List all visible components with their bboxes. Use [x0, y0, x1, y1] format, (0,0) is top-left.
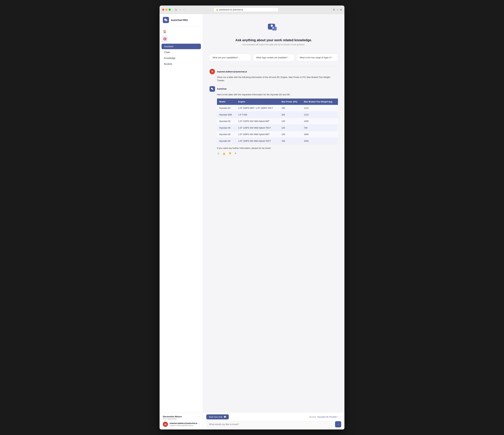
table-row: Hyundai i301.0T 120PS 48V Mild Hybrid 7D…: [217, 124, 338, 131]
chat-area: Ask anything about your work related kno…: [203, 14, 344, 412]
address-bar[interactable]: 🔒 dashboard-v2.autochat.ai: [214, 8, 279, 12]
copy-action-button[interactable]: ⧉: [217, 152, 220, 156]
close-button[interactable]: [162, 9, 164, 11]
sidebar-item-knowledge[interactable]: Knowledge: [162, 55, 201, 61]
table-cell: Hyundai i30: [217, 131, 236, 138]
bucket-selector: Bucket: Hyundai UK Pricelist + ⌄: [309, 416, 341, 418]
table-cell: 700: [302, 124, 338, 131]
table-cell: 120: [279, 118, 302, 125]
bot-message-header: AutoChat: [209, 86, 338, 92]
send-button[interactable]: →: [335, 421, 341, 427]
col-power: Max Power (PS): [279, 99, 302, 105]
sidebar-header: AutoChat PRO: [160, 14, 203, 26]
suggestion-text: What are your capabilities?: [213, 56, 238, 59]
chat-input-row: →: [206, 421, 341, 427]
table-cell: Hyundai i20N: [217, 111, 236, 118]
table-cell: 1.5T 159PS 48V Mild Hybrid 7DCT: [236, 138, 279, 144]
svg-point-10: [211, 88, 212, 89]
table-cell: 1110: [302, 111, 338, 118]
sidebar-item-buckets[interactable]: Buckets: [162, 61, 201, 67]
org-section: Devonshire Motors Your organization ⌃: [163, 415, 200, 420]
maximize-button[interactable]: [169, 9, 171, 11]
message-actions: ⧉ 👍 👎 ⚑: [209, 152, 338, 156]
chat-input-field[interactable]: [206, 421, 333, 427]
back-button[interactable]: ‹: [179, 8, 182, 11]
minimize-button[interactable]: [165, 9, 168, 11]
avatar-image: M: [163, 422, 168, 427]
suggestion-arrow-icon: ›: [239, 56, 240, 59]
traffic-lights: [162, 9, 171, 11]
sidebar: AutoChat PRO 🏠 🎯 Assistant Chats Knowled…: [160, 14, 203, 429]
suggestion-arrow-icon: ›: [333, 56, 333, 59]
table-cell: 1.0T 100PS 6MT / 1.0T 100PS 7DCT: [236, 105, 279, 111]
bucket-chevron-icon[interactable]: ⌄: [339, 416, 341, 418]
tabs-button[interactable]: ⧉: [340, 8, 342, 11]
new-chat-label: Start new chat: [209, 416, 222, 418]
user-section: M maarten.bekkers@autochat.ai maarten.be…: [163, 422, 200, 427]
table-row: Hyundai i20N1.6 T-GDi2041110: [217, 111, 338, 118]
browser-controls: ⊡ ‹ ›: [174, 8, 185, 11]
lock-icon: 🔒: [216, 9, 218, 11]
new-tab-button[interactable]: ＋: [336, 8, 339, 11]
svg-point-5: [271, 25, 273, 27]
suggestion-card-capabilities[interactable]: What are your capabilities? ›: [209, 54, 251, 61]
col-tow: Max Braked Tow Weight (kg): [302, 99, 338, 105]
user-message-body: Show me a table with the following infor…: [209, 76, 338, 82]
bot-message-sender: AutoChat: [217, 88, 226, 90]
table-cell: Hyundai i30: [217, 118, 236, 125]
table-cell: 120: [279, 124, 302, 131]
sidebar-nav: 🏠 🎯 Assistant Chats Knowledge Buckets: [160, 26, 203, 413]
new-chat-button[interactable]: Start new chat 💬: [206, 414, 229, 419]
welcome-title: Ask anything about your work related kno…: [209, 38, 338, 42]
share-button[interactable]: ⬆: [333, 8, 335, 11]
url-display: dashboard-v2.autochat.ai: [219, 9, 243, 11]
table-cell: 1000: [302, 138, 338, 144]
bot-message-intro: Here is the table with the requested inf…: [217, 93, 338, 96]
svg-rect-9: [212, 89, 213, 90]
thumbs-down-action-button[interactable]: 👎: [228, 152, 232, 156]
flag-action-button[interactable]: ⚑: [234, 152, 237, 156]
chat-input-toolbar: Start new chat 💬 Bucket: Hyundai UK Pric…: [206, 414, 341, 419]
data-table: Model Engine Max Power (PS) Max Braked T…: [217, 99, 338, 144]
thumbs-up-action-button[interactable]: 👍: [222, 152, 226, 156]
sidebar-item-chats[interactable]: Chats: [162, 49, 201, 55]
main-content: Ask anything about your work related kno…: [203, 14, 344, 429]
chat-icon: 💬: [224, 416, 226, 418]
browser-window: ⊡ ‹ › 🔒 dashboard-v2.autochat.ai ⬆ ＋ ⧉: [160, 6, 344, 429]
sidebar-item-assistant[interactable]: Assistant: [162, 44, 201, 49]
table-row: Hyundai i301.5T 159PS 48V Mild Hybrid 6M…: [217, 131, 338, 138]
col-engine: Engine: [236, 99, 279, 105]
bot-message-block: AutoChat Here is the table with the requ…: [209, 86, 338, 156]
user-message-header: M maarten.bekkers@autochat.ai: [209, 69, 338, 74]
bot-message-avatar: [209, 86, 215, 92]
table-cell: 159: [279, 138, 302, 144]
table-row: Hyundai i301.5T 159PS 48V Mild Hybrid 7D…: [217, 138, 338, 144]
bucket-label: Bucket:: [309, 416, 316, 418]
table-cell: 204: [279, 111, 302, 118]
table-row: Hyundai i301.0T 120PS 48V Mild Hybrid 6M…: [217, 118, 338, 125]
welcome-subtitle: The assistant will search the data and t…: [209, 43, 338, 46]
user-chevron-icon[interactable]: ⌃: [199, 423, 200, 426]
org-chevron-icon[interactable]: ⌃: [198, 416, 200, 419]
suggestion-text: What is the max range of Aygo X?: [300, 56, 332, 59]
chat-input-area: Start new chat 💬 Bucket: Hyundai UK Pric…: [203, 412, 344, 429]
suggestion-card-aygo-models[interactable]: What Aygo models are available? ›: [253, 54, 295, 61]
user-message-block: M maarten.bekkers@autochat.ai Show me a …: [209, 69, 338, 82]
svg-point-2: [165, 19, 166, 20]
table-row: Hyundai i201.0T 100PS 6MT / 1.0T 100PS 7…: [217, 105, 338, 111]
col-model: Model: [217, 99, 236, 105]
bucket-name-value[interactable]: Hyundai UK Pricelist +: [317, 416, 338, 418]
send-icon: →: [337, 423, 339, 426]
suggestion-card-aygo-range[interactable]: What is the max range of Aygo X? ›: [297, 54, 338, 61]
table-cell: Hyundai i30: [217, 138, 236, 144]
sidebar-footer: Devonshire Motors Your organization ⌃ M …: [160, 413, 203, 429]
table-cell: Hyundai i20: [217, 105, 236, 111]
user-name: maarten.bekkers@autochat.ai: [170, 422, 197, 425]
sidebar-toggle-button[interactable]: ⊡: [174, 8, 178, 11]
sidebar-item-analytics[interactable]: 🎯: [162, 36, 168, 42]
table-header-row: Model Engine Max Power (PS) Max Braked T…: [217, 99, 338, 105]
user-email: maarten.bekkers@autochat.ai: [170, 425, 197, 426]
welcome-section: Ask anything about your work related kno…: [209, 19, 338, 51]
forward-button[interactable]: ›: [183, 8, 185, 11]
sidebar-item-home[interactable]: 🏠: [162, 28, 168, 35]
